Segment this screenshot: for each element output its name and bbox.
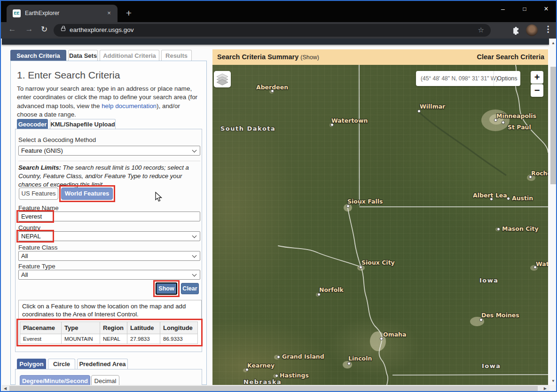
zoom-in-button[interactable]: + <box>531 71 543 84</box>
vertical-scrollbar[interactable]: ▲ ▼ <box>549 39 557 385</box>
results-col-header: Placename <box>20 322 62 334</box>
tab-close-icon[interactable]: × <box>105 9 113 17</box>
forward-icon[interactable]: → <box>24 24 35 34</box>
scroll-up-icon[interactable]: ▲ <box>551 41 555 45</box>
map-header-bar: Search Criteria Summary (Show) Clear Sea… <box>212 49 548 65</box>
browser-tab-title: EarthExplorer <box>25 10 59 16</box>
clear-search-criteria-button[interactable]: Clear Search Criteria <box>477 53 544 61</box>
scroll-right-icon[interactable]: ▶ <box>544 386 547 391</box>
reload-icon[interactable]: ↻ <box>39 24 50 34</box>
map-state-label: Iowa <box>479 277 499 284</box>
map-state-label: South Dakota <box>220 125 275 132</box>
browser-window: EE EarthExplorer × + – □ × ← → ↻ earthex… <box>0 0 557 392</box>
map-city-label: Mason City <box>502 225 539 232</box>
feature-type-select[interactable]: All <box>18 270 200 280</box>
tab-additional-criteria[interactable]: Additional Criteria <box>100 50 159 61</box>
country-label: Country <box>18 224 40 231</box>
scroll-down-icon[interactable]: ▼ <box>551 379 555 383</box>
map-city-label: Grand Island <box>282 353 324 360</box>
map-city-dot <box>380 337 383 340</box>
clear-button[interactable]: Clear <box>181 283 199 294</box>
world-features-button[interactable]: World Features <box>61 188 113 200</box>
browser-tab[interactable]: EE EarthExplorer × <box>7 5 118 22</box>
zoom-out-button[interactable]: − <box>531 84 543 97</box>
tab-predefined-area[interactable]: Predefined Area <box>77 359 128 369</box>
results-table-head-row: PlacenameTypeRegionLatitudeLongitude <box>20 322 198 334</box>
map-labels: AberdeenWatertownWillmarMinneapolisSt Pa… <box>212 65 548 385</box>
us-features-button[interactable]: US Features <box>19 188 58 200</box>
feature-name-label: Feature Name <box>18 204 59 212</box>
results-cell: 86.9333 <box>160 334 198 344</box>
lock-icon <box>61 28 65 31</box>
extensions-icon[interactable] <box>511 25 521 35</box>
horizontal-scrollbar[interactable]: ◀ ▶ <box>2 385 549 392</box>
map-layers-button[interactable] <box>214 71 231 87</box>
map-city-label: Austin <box>512 195 533 202</box>
geocoding-method-select[interactable]: Feature (GNIS) <box>18 146 200 156</box>
results-table-row[interactable]: EverestMOUNTAINNEPAL27.983386.9333 <box>20 334 198 344</box>
map-canvas[interactable]: AberdeenWatertownWillmarMinneapolisSt Pa… <box>212 65 548 385</box>
earthexplorer-favicon: EE <box>13 9 21 17</box>
results-cell: 27.9833 <box>127 334 160 344</box>
country-select[interactable]: NEPAL <box>18 231 200 241</box>
profile-avatar[interactable] <box>526 24 538 36</box>
back-icon[interactable]: ← <box>7 24 18 34</box>
map-city-label: Omaha <box>383 331 406 338</box>
vertical-scrollbar-thumb[interactable] <box>550 67 556 184</box>
url-text[interactable]: earthexplorer.usgs.gov <box>70 26 134 33</box>
address-bar[interactable]: earthexplorer.usgs.gov ☆ <box>54 24 491 37</box>
feature-name-input[interactable]: Everest <box>18 212 200 221</box>
map-coordinate-control: (45° 48' 48" N, 098° 31' 31" W) Options <box>416 71 520 86</box>
map-city-dot <box>497 227 500 231</box>
chevron-down-icon <box>192 272 197 277</box>
map-city-label: Lincoln <box>348 355 372 362</box>
results-col-header: Latitude <box>127 322 160 334</box>
tab-kml-shapefile-upload[interactable]: KML/Shapefile Upload <box>50 119 116 129</box>
map-city-label: Watertown <box>331 117 368 124</box>
tab-results[interactable]: Results <box>161 50 192 61</box>
horizontal-scrollbar-thumb[interactable] <box>9 386 538 391</box>
show-button[interactable]: Show <box>156 282 177 295</box>
scrollbar-corner <box>549 385 557 392</box>
feature-class-select[interactable]: All <box>18 251 200 261</box>
tab-data-sets[interactable]: Data Sets <box>68 50 98 61</box>
new-tab-button[interactable]: + <box>123 8 134 19</box>
search-limits-bold: Search Limits: <box>18 164 61 171</box>
map-city-dot <box>502 121 505 124</box>
divider <box>18 161 200 161</box>
map-city-label: Hastings <box>280 372 309 379</box>
map-city-label: Willmar <box>420 103 445 110</box>
bookmark-star-icon[interactable]: ☆ <box>478 26 484 34</box>
geocoding-method-label: Select a Geocoding Method <box>18 136 96 143</box>
intro-text: To narrow your search area: type in an a… <box>17 85 201 119</box>
map-city-label: Sioux City <box>361 259 395 266</box>
tab-geocoder[interactable]: Geocoder <box>17 119 48 129</box>
help-documentation-link[interactable]: help documentation <box>102 102 157 110</box>
window-close-button[interactable]: × <box>539 4 553 14</box>
map-city-label: Aberdeen <box>256 84 288 91</box>
map-city-label: Norfolk <box>319 286 344 293</box>
map-city-label: Minneapolis <box>496 112 536 119</box>
browser-titlebar: EE EarthExplorer × + – □ × <box>1 1 556 22</box>
tab-search-criteria[interactable]: Search Criteria <box>10 50 66 61</box>
page-header-strip <box>2 39 549 45</box>
results-table-body: EverestMOUNTAINNEPAL27.983386.9333 <box>20 334 198 344</box>
map-city-dot <box>275 374 278 377</box>
summary-show-toggle[interactable]: (Show) <box>300 54 319 61</box>
tab-circle[interactable]: Circle <box>48 359 75 369</box>
chevron-down-icon <box>192 234 197 238</box>
browser-menu-icon[interactable]: ••• <box>545 25 551 35</box>
map-city-label: Des Moines <box>481 312 519 319</box>
window-maximize-button[interactable]: □ <box>518 4 532 14</box>
summary-title-text: Search Criteria Summary <box>217 53 298 61</box>
tab-polygon[interactable]: Polygon <box>17 359 46 369</box>
window-minimize-button[interactable]: – <box>496 4 510 14</box>
feature-type-label: Feature Type <box>18 263 55 270</box>
search-limits-note: Search Limits: The search result limit i… <box>18 164 197 188</box>
country-value: NEPAL <box>21 233 41 240</box>
scroll-left-icon[interactable]: ◀ <box>4 386 7 391</box>
results-cell: MOUNTAIN <box>62 334 100 344</box>
map-city-label: St Paul <box>508 124 531 131</box>
map-options-button[interactable]: Options <box>494 71 520 86</box>
geocoding-method-value: Feature (GNIS) <box>21 147 63 154</box>
